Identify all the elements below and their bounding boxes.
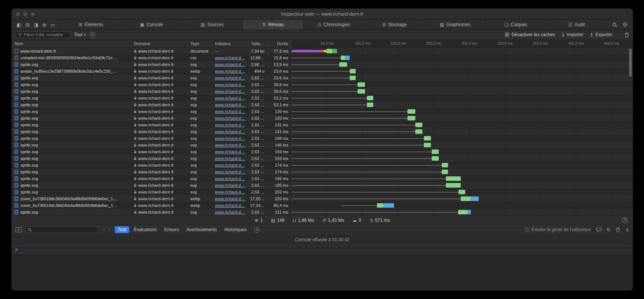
- resource-type-select[interactable]: Tout ▴▾: [74, 32, 85, 37]
- minimize-button[interactable]: [23, 12, 28, 16]
- search-icon[interactable]: [612, 22, 617, 27]
- network-request-row[interactable]: sprite.svg www.richard-dern.fr svg www.r…: [12, 61, 633, 68]
- column-header-domaine[interactable]: Domaine: [131, 40, 187, 47]
- initiator-link[interactable]: www.richard-d…: [215, 76, 245, 80]
- initiator-link[interactable]: www.richard-d…: [215, 190, 245, 194]
- console-scope-tout[interactable]: Tout: [115, 226, 129, 233]
- dock-bottom-icon[interactable]: ⊟: [25, 22, 29, 27]
- console-messages-icon[interactable]: [596, 227, 602, 232]
- initiator-link[interactable]: www.richard-d…: [215, 123, 245, 127]
- element-picker-icon[interactable]: ⊕: [42, 22, 47, 27]
- vertical-scrollbar[interactable]: [629, 48, 632, 77]
- network-request-row[interactable]: sprite.svg www.richard-dern.fr svg www.r…: [12, 115, 633, 122]
- column-header-duree[interactable]: Durée: [268, 40, 292, 47]
- network-request-row[interactable]: sprite.svg www.richard-dern.fr svg www.r…: [12, 81, 633, 88]
- console-filter-icon[interactable]: ≡: [254, 227, 260, 233]
- network-request-row[interactable]: cover_hu736519dc3b5040cfa48b6b559b6de6ec…: [12, 202, 633, 209]
- console-scope-erreurs[interactable]: Erreurs: [161, 226, 182, 233]
- network-request-row[interactable]: sprite.svg www.richard-dern.fr svg www.r…: [12, 209, 633, 215]
- previous-result-icon[interactable]: ‹: [103, 227, 105, 233]
- network-request-row[interactable]: sprite.svg www.richard-dern.fr svg www.r…: [12, 182, 633, 189]
- close-button[interactable]: [16, 12, 20, 16]
- initiator-link[interactable]: www.richard-d…: [215, 129, 245, 134]
- initiator-link[interactable]: www.richard-d…: [215, 203, 245, 208]
- network-request-row[interactable]: sprite.svg www.richard-dern.fr svg www.r…: [12, 155, 633, 162]
- expand-console-icon[interactable]: ∧: [625, 227, 629, 232]
- network-request-row[interactable]: sprite.svg www.richard-dern.fr svg www.r…: [12, 108, 633, 115]
- network-request-row[interactable]: sprite.svg www.richard-dern.fr svg www.r…: [12, 142, 633, 148]
- console-drawer-icon[interactable]: ∨: [15, 227, 22, 232]
- network-request-row[interactable]: sprite.svg www.richard-dern.fr svg www.r…: [12, 88, 633, 95]
- network-request-row[interactable]: www.richard-dern.fr www.richard-dern.fr …: [12, 48, 633, 54]
- initiator-link[interactable]: www.richard-d…: [215, 89, 245, 94]
- clear-console-trash-icon[interactable]: [616, 227, 620, 232]
- column-header-taille[interactable]: Taille…: [249, 40, 268, 47]
- reload-icon[interactable]: ↻: [607, 227, 611, 232]
- initiator-link[interactable]: www.richard-d…: [215, 210, 245, 214]
- initiator-link[interactable]: www.richard-d…: [215, 150, 245, 154]
- network-request-row[interactable]: sprite.svg www.richard-dern.fr svg www.r…: [12, 148, 633, 155]
- tab-audit[interactable]: ☑Audit: [546, 20, 607, 29]
- tab-console[interactable]: ▣Console: [121, 20, 182, 29]
- initiator-link[interactable]: www.richard-d…: [215, 109, 245, 114]
- initiator-link[interactable]: www.richard-d…: [215, 196, 245, 201]
- initiator-link[interactable]: www.richard-d…: [215, 176, 245, 181]
- import-button[interactable]: ↧ Importer: [561, 32, 584, 37]
- console-search-input[interactable]: [25, 226, 99, 233]
- console-scope-evaluations[interactable]: Évaluations: [131, 226, 160, 233]
- dock-left-icon[interactable]: ◧: [17, 22, 21, 27]
- network-request-row[interactable]: sprite.svg www.richard-dern.fr svg www.r…: [12, 122, 633, 128]
- column-header-initiateur[interactable]: Initiateur: [212, 40, 249, 47]
- initiator-link[interactable]: www.richard-d…: [215, 82, 245, 87]
- initiator-link[interactable]: www.richard-d…: [215, 170, 245, 174]
- initiator-link[interactable]: www.richard-d…: [215, 143, 245, 147]
- network-request-row[interactable]: avatar_hu85ecc3e298728880b0bde2dcc4e5c23…: [12, 68, 633, 75]
- initiator-link[interactable]: www.richard-d…: [215, 136, 245, 141]
- filter-options-icon[interactable]: ≡: [90, 32, 95, 38]
- tab-graphismes[interactable]: ▨Graphismes: [425, 20, 486, 29]
- initiator-link[interactable]: www.richard-d…: [215, 96, 245, 100]
- url-filter-input[interactable]: Filtrer l'URL complète: [15, 31, 70, 38]
- initiator-link[interactable]: www.richard-d…: [215, 103, 245, 107]
- tab-reseau[interactable]: ⇅Réseau: [243, 20, 304, 29]
- console-scope-historiques[interactable]: Historiques: [221, 226, 250, 233]
- network-request-row[interactable]: sprite.svg www.richard-dern.fr svg www.r…: [12, 75, 633, 81]
- network-request-row[interactable]: cover_hu736519dc3b5040cfa48b6b559b6de6ec…: [12, 195, 633, 202]
- initiator-link[interactable]: www.richard-d…: [215, 156, 245, 161]
- device-icon[interactable]: ▭: [50, 22, 55, 27]
- emulate-user-gesture-toggle[interactable]: Émuler le geste de l'utilisateur: [525, 227, 591, 232]
- network-request-row[interactable]: compiled.min.38390909f303624ed9e1cf1bd3f…: [12, 54, 633, 61]
- column-header-nom[interactable]: Nom: [12, 40, 131, 47]
- initiator-link[interactable]: www.richard-d…: [215, 62, 245, 67]
- network-request-row[interactable]: sprite.svg www.richard-dern.fr svg www.r…: [12, 135, 633, 142]
- network-request-row[interactable]: sprite.svg www.richard-dern.fr svg www.r…: [12, 95, 633, 101]
- dock-right-icon[interactable]: ◨: [34, 22, 38, 27]
- settings-gear-icon[interactable]: [622, 22, 628, 27]
- disable-caches-toggle[interactable]: ✓ Désactiver les caches: [505, 32, 555, 37]
- initiator-link[interactable]: www.richard-d…: [215, 183, 245, 188]
- export-button[interactable]: ↥ Exporter: [590, 32, 612, 37]
- network-request-row[interactable]: sprite.svg www.richard-dern.fr svg www.r…: [12, 175, 633, 182]
- initiator-link[interactable]: www.richard-d…: [215, 163, 245, 167]
- initiator-link[interactable]: www.richard-d…: [215, 116, 245, 120]
- column-header-type[interactable]: Type: [187, 40, 212, 47]
- help-icon[interactable]: ?: [622, 217, 628, 223]
- disable-caches-checkbox[interactable]: ✓: [505, 32, 509, 37]
- initiator-link[interactable]: www.richard-d…: [215, 69, 245, 73]
- next-result-icon[interactable]: ›: [109, 227, 111, 233]
- zoom-button[interactable]: [31, 12, 35, 16]
- tab-elements[interactable]: ⊞Éléments: [61, 20, 121, 29]
- network-request-row[interactable]: sprite.svg www.richard-dern.fr svg www.r…: [12, 162, 633, 169]
- initiator-link[interactable]: www.richard-d…: [215, 56, 245, 60]
- console-scope-avertissements[interactable]: Avertissements: [183, 226, 220, 233]
- tab-stockage[interactable]: ≣Stockage: [364, 20, 425, 29]
- emulate-user-gesture-checkbox[interactable]: [525, 227, 529, 232]
- console-prompt[interactable]: [12, 246, 633, 254]
- network-request-row[interactable]: sprite.svg www.richard-dern.fr svg www.r…: [12, 128, 633, 135]
- network-request-row[interactable]: sprite.svg www.richard-dern.fr svg www.r…: [12, 169, 633, 175]
- tab-chronologies[interactable]: ◷Chronologies: [304, 20, 364, 29]
- tab-sources[interactable]: ▤Sources: [182, 20, 243, 29]
- clear-network-items-button[interactable]: [625, 32, 629, 37]
- network-request-row[interactable]: sprite.svg www.richard-dern.fr svg www.r…: [12, 189, 633, 195]
- tab-calques[interactable]: ❏Calques: [486, 20, 546, 29]
